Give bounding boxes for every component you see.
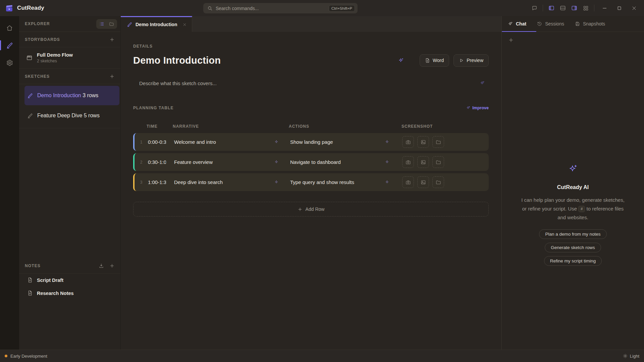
- table-row: 3 1:00-1:30 Deep dive into search Type q…: [133, 173, 489, 191]
- capture-screenshot-button[interactable]: [402, 156, 414, 168]
- tab-snapshots[interactable]: Snapshots: [575, 21, 605, 26]
- tab-demo-introduction[interactable]: Demo Introduction: [121, 16, 192, 32]
- add-sketch-button[interactable]: [108, 73, 116, 80]
- capture-screenshot-button[interactable]: [402, 136, 414, 148]
- plus-icon: [109, 74, 115, 79]
- assistant-description: I can help plan your demo, generate sket…: [521, 196, 625, 222]
- search-shortcut-badge: Ctrl+Shift+P: [329, 5, 355, 12]
- titlebar-actions: [529, 0, 644, 16]
- activity-bar: [0, 16, 19, 350]
- browse-files-button[interactable]: [432, 156, 444, 168]
- sketch-item-feature-deep-dive[interactable]: Feature Deep Dive 5 rows: [24, 106, 119, 125]
- tab-chat[interactable]: Chat: [508, 21, 526, 26]
- add-storyboard-button[interactable]: [108, 36, 116, 43]
- sparkle-plus-icon[interactable]: [385, 160, 389, 164]
- theme-toggle[interactable]: Light: [623, 354, 639, 359]
- notes-section-header: NOTES: [19, 258, 120, 274]
- status-dot: [5, 355, 7, 357]
- attach-image-button[interactable]: [417, 176, 429, 188]
- capture-screenshot-button[interactable]: [402, 176, 414, 188]
- sun-icon: [623, 354, 628, 358]
- note-item-research-notes[interactable]: Research Notes: [19, 287, 120, 300]
- note-item-script-draft[interactable]: Script Draft: [19, 274, 120, 287]
- folder-view-button[interactable]: [107, 20, 116, 28]
- image-icon: [421, 180, 426, 185]
- suggestion-generate-rows[interactable]: Generate sketch rows: [545, 243, 601, 252]
- narrative-cell[interactable]: Feature overview: [171, 159, 287, 165]
- sparkle-plus-icon[interactable]: [274, 180, 279, 184]
- layout-grid-button[interactable]: [581, 3, 591, 13]
- add-row-button[interactable]: Add Row: [133, 202, 489, 217]
- suggestion-plan-demo[interactable]: Plan a demo from my notes: [539, 229, 606, 239]
- pencil-icon: [127, 22, 132, 27]
- browse-files-button[interactable]: [432, 176, 444, 188]
- description-field[interactable]: Describe what this sketch covers...: [133, 79, 489, 87]
- improve-button[interactable]: Improve: [466, 106, 489, 110]
- export-word-button[interactable]: Word: [420, 54, 449, 67]
- narrative-cell[interactable]: Deep dive into search: [171, 179, 287, 185]
- storyboard-item-full-demo-flow[interactable]: Full Demo Flow 2 sketches: [19, 47, 120, 69]
- actions-cell[interactable]: Navigate to dashboard: [287, 159, 398, 165]
- history-icon: [537, 21, 542, 26]
- toggle-right-panel-button[interactable]: [569, 3, 579, 13]
- sketch-meta: 5 rows: [84, 113, 100, 118]
- actions-cell[interactable]: Show landing page: [287, 139, 398, 145]
- tab-snapshots-label: Snapshots: [583, 21, 605, 26]
- sparkle-plus-icon[interactable]: [385, 180, 389, 184]
- sparkle-plus-icon[interactable]: [274, 140, 279, 144]
- sparkle-plus-icon[interactable]: [385, 140, 389, 144]
- preview-button[interactable]: Preview: [453, 54, 489, 67]
- nav-home-button[interactable]: [2, 21, 17, 35]
- suggestion-refine-timing[interactable]: Refine my script timing: [544, 256, 602, 266]
- folder-icon: [436, 139, 441, 145]
- sparkle-plus-icon[interactable]: [274, 160, 279, 164]
- chat-bubble-icon: [532, 5, 537, 11]
- attach-image-button[interactable]: [417, 136, 429, 148]
- add-note-button[interactable]: [108, 262, 116, 269]
- details-label: DETAILS: [133, 44, 489, 49]
- gear-icon: [6, 59, 13, 66]
- sketch-item-demo-introduction[interactable]: Demo Introduction 3 rows: [24, 86, 119, 105]
- tab-sessions[interactable]: Sessions: [537, 21, 564, 26]
- feedback-button[interactable]: [529, 3, 539, 13]
- app-name: CutReady: [17, 5, 44, 11]
- nav-editor-button[interactable]: [2, 38, 17, 52]
- home-icon: [6, 24, 13, 32]
- sparkle-icon: [508, 21, 513, 26]
- browse-files-button[interactable]: [432, 136, 444, 148]
- time-cell[interactable]: 0:30-1:00: [148, 159, 171, 165]
- toggle-left-panel-button[interactable]: [546, 3, 556, 13]
- narrative-cell[interactable]: Welcome and intro: [171, 139, 287, 145]
- close-button[interactable]: [627, 2, 641, 14]
- storyboard-meta: 2 sketches: [37, 59, 73, 63]
- explorer-sidebar: EXPLORER STORYBOARDS: [19, 16, 121, 350]
- time-cell[interactable]: 1:00-1:30: [148, 179, 171, 185]
- image-icon: [421, 139, 426, 145]
- nav-settings-button[interactable]: [2, 56, 17, 70]
- storyboard-name: Full Demo Flow: [37, 52, 73, 58]
- minimize-button[interactable]: [598, 2, 611, 14]
- attach-image-button[interactable]: [417, 156, 429, 168]
- command-search[interactable]: Ctrl+Shift+P: [203, 3, 358, 13]
- list-view-button[interactable]: [97, 20, 106, 28]
- notes-section: NOTES Script Draft: [19, 258, 120, 300]
- screenshot-cell: [398, 176, 489, 188]
- import-note-button[interactable]: [98, 262, 105, 269]
- toggle-bottom-panel-button[interactable]: [558, 3, 568, 13]
- time-cell[interactable]: 0:00-0:30: [148, 139, 171, 145]
- planning-table-label: PLANNING TABLE: [133, 106, 174, 110]
- theme-label: Light: [630, 354, 639, 359]
- maximize-button[interactable]: [612, 2, 626, 14]
- sketches-title: SKETCHES: [25, 74, 50, 79]
- row-number: 2: [135, 160, 148, 165]
- explorer-header: EXPLORER: [19, 16, 120, 32]
- screenshot-cell: [398, 156, 489, 168]
- tab-close-button[interactable]: [181, 21, 188, 28]
- actions-cell[interactable]: Type query and show results: [287, 179, 398, 185]
- new-chat-button[interactable]: [507, 36, 515, 44]
- ai-description-button[interactable]: [480, 81, 485, 85]
- command-search-input[interactable]: [216, 6, 329, 11]
- download-icon: [99, 263, 104, 268]
- ai-title-button[interactable]: [397, 56, 405, 65]
- sketch-title[interactable]: Demo Introduction: [133, 55, 221, 66]
